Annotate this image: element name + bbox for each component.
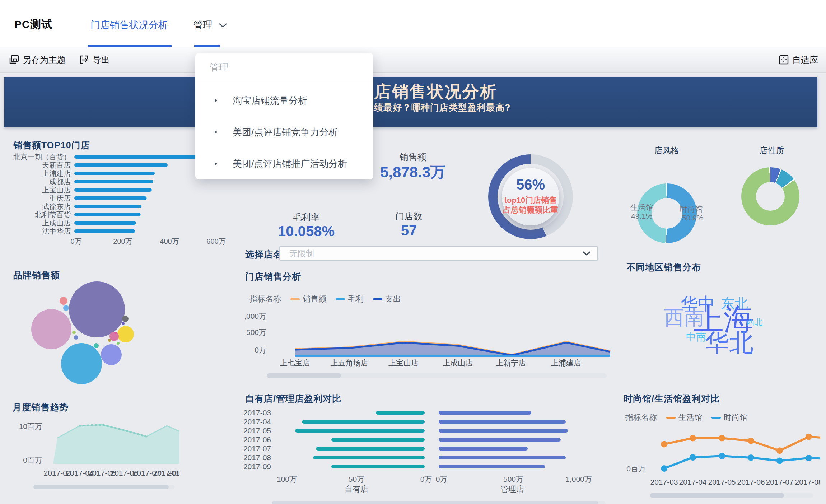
- bar-上成山店[interactable]: [74, 221, 136, 225]
- wordcloud-word-华北[interactable]: 华北: [705, 327, 753, 359]
- shop-style-hole: [652, 198, 682, 229]
- menu-item-meituan-competitive[interactable]: 美团/点评店铺竞争力分析: [195, 121, 373, 143]
- chart-text: 上浦建店: [42, 169, 71, 177]
- brand-bubble-12[interactable]: [117, 342, 120, 345]
- legend-life[interactable]: 生活馆: [678, 412, 702, 423]
- monthly-area[interactable]: [53, 425, 179, 464]
- brand-bubble-6[interactable]: [63, 305, 69, 311]
- point-生活馆-2017-08[interactable]: [806, 434, 812, 440]
- chart-text: ,000万: [244, 312, 266, 320]
- legend-sales[interactable]: 销售额: [303, 294, 326, 304]
- point-生活馆-2017-05[interactable]: [719, 435, 725, 441]
- chart-text: 10百万: [19, 422, 42, 430]
- point-时尚馆-2017-05[interactable]: [719, 453, 725, 459]
- brand-bubble-8[interactable]: [122, 322, 125, 325]
- managed-bar-2017-09[interactable]: [439, 465, 545, 468]
- shop-nature-hole: [756, 182, 785, 211]
- toolbar: 另存为主题 导出 自适应: [0, 47, 826, 73]
- bar-上宝山店[interactable]: [74, 188, 152, 192]
- managed-bar-2017-04[interactable]: [439, 420, 566, 424]
- point-生活馆-2017-07[interactable]: [776, 447, 783, 454]
- point-生活馆-2017-03[interactable]: [661, 441, 667, 447]
- point-时尚馆-2017-08[interactable]: [806, 455, 812, 461]
- managed-bar-2017-03[interactable]: [439, 411, 531, 415]
- bar-沈中华店[interactable]: [74, 229, 135, 233]
- wordcloud-word-中南[interactable]: 中南: [686, 330, 706, 344]
- save-as-theme-button[interactable]: 另存为主题: [9, 47, 66, 73]
- chart-text: 自有店: [345, 485, 368, 494]
- legend-profit-dash: [336, 298, 345, 300]
- brand-bubble-13[interactable]: [72, 331, 76, 334]
- mall-lines-scrollbar-thumb[interactable]: [650, 493, 784, 498]
- legend-fashion[interactable]: 时尚馆: [724, 412, 747, 423]
- export-button[interactable]: 导出: [79, 47, 110, 73]
- brand-bubble-2[interactable]: [61, 343, 102, 384]
- wordcloud-word-西北[interactable]: 西北: [747, 317, 762, 328]
- chevron-down-icon[interactable]: [218, 22, 228, 29]
- tab-manage[interactable]: 管理: [193, 19, 213, 32]
- point-时尚馆-2017-06[interactable]: [748, 454, 754, 461]
- managed-bar-2017-05[interactable]: [439, 429, 568, 433]
- store-name-select[interactable]: 无限制: [279, 246, 598, 261]
- own-bar-2017-06[interactable]: [331, 438, 425, 442]
- mall-lines-scrollbar[interactable]: [650, 493, 813, 498]
- store-sales-scrollbar-thumb[interactable]: [267, 373, 341, 378]
- point-生活馆-2017-06[interactable]: [748, 438, 754, 444]
- store-sales-scrollbar[interactable]: [267, 373, 607, 378]
- point-生活馆-2017-04[interactable]: [690, 435, 696, 441]
- monthly-trend-scrollbar[interactable]: [33, 485, 175, 489]
- bar-上浦建店[interactable]: [74, 172, 155, 175]
- chart-text: 2017-08: [795, 478, 820, 486]
- chart-text: 500万: [246, 328, 266, 336]
- managed-bar-2017-06[interactable]: [439, 438, 561, 442]
- own-bar-2017-09[interactable]: [331, 465, 425, 468]
- shop-style-pct-fashion: 50.9%: [682, 214, 704, 222]
- brand-bubble-chart: [7, 280, 179, 388]
- brand-bubble-4[interactable]: [117, 326, 134, 342]
- tornado-scrollbar-thumb[interactable]: [272, 501, 598, 504]
- bar-天新百店[interactable]: [74, 163, 168, 167]
- chart-text: 2017-09: [167, 469, 179, 477]
- brand-bubble-3[interactable]: [101, 344, 122, 365]
- brand-bubble-0[interactable]: [69, 281, 125, 337]
- shop-nature-donut[interactable]: [741, 167, 799, 225]
- brand-bubble-1[interactable]: [31, 309, 71, 349]
- tornado-title: 自有店/管理店盈利对比: [245, 393, 341, 405]
- own-bar-2017-05[interactable]: [295, 429, 425, 433]
- brand-bubble-5[interactable]: [60, 297, 67, 305]
- chart-text: 2017-04: [243, 417, 271, 426]
- chart-text: 管理店: [500, 485, 524, 494]
- tornado-scrollbar[interactable]: [272, 501, 606, 504]
- bar-武徐东店[interactable]: [74, 205, 141, 208]
- own-bar-2017-04[interactable]: [302, 420, 425, 424]
- export-icon: [79, 55, 89, 65]
- tab-store-sales-analysis[interactable]: 门店销售状况分析: [90, 19, 168, 32]
- menu-item-taobao-traffic[interactable]: 淘宝店铺流量分析: [195, 90, 373, 111]
- chart-text: 50万: [349, 475, 364, 483]
- own-bar-2017-07[interactable]: [316, 447, 425, 451]
- menu-item-meituan-promo[interactable]: 美团/点评店铺推广活动分析: [195, 153, 373, 174]
- dashboard-banner: 门店销售状况分析 哪家门店业绩最好？哪种门店类型盈利最高?: [4, 77, 817, 127]
- brand-bubble-7[interactable]: [122, 316, 129, 322]
- bar-重庆店[interactable]: [74, 196, 147, 200]
- point-时尚馆-2017-07[interactable]: [776, 457, 783, 464]
- monthly-trend-scrollbar-thumb[interactable]: [33, 485, 169, 489]
- own-bar-2017-03[interactable]: [376, 411, 425, 415]
- own-bar-2017-08[interactable]: [313, 456, 425, 459]
- point-时尚馆-2017-04[interactable]: [690, 454, 696, 461]
- brand-bubble-14[interactable]: [74, 335, 78, 340]
- fit-screen-button[interactable]: 自适应: [779, 47, 818, 73]
- bar-北利莹百货[interactable]: [74, 213, 141, 216]
- point-时尚馆-2017-03[interactable]: [661, 465, 667, 472]
- legend-profit[interactable]: 毛利: [348, 294, 364, 304]
- managed-bar-2017-07[interactable]: [439, 447, 528, 451]
- brand-bubble-9[interactable]: [109, 332, 119, 341]
- legend-indicator-label: 指标名称: [249, 294, 281, 304]
- bar-成都店[interactable]: [74, 180, 153, 183]
- brand-bubble-11[interactable]: [108, 339, 111, 342]
- brand-bubble-15[interactable]: [115, 332, 117, 334]
- brand-bubble-10[interactable]: [94, 343, 99, 348]
- own-managed-tornado-chart: 2017-032017-042017-052017-062017-072017-…: [237, 406, 625, 504]
- legend-expense[interactable]: 支出: [385, 294, 401, 304]
- managed-bar-2017-08[interactable]: [439, 456, 566, 459]
